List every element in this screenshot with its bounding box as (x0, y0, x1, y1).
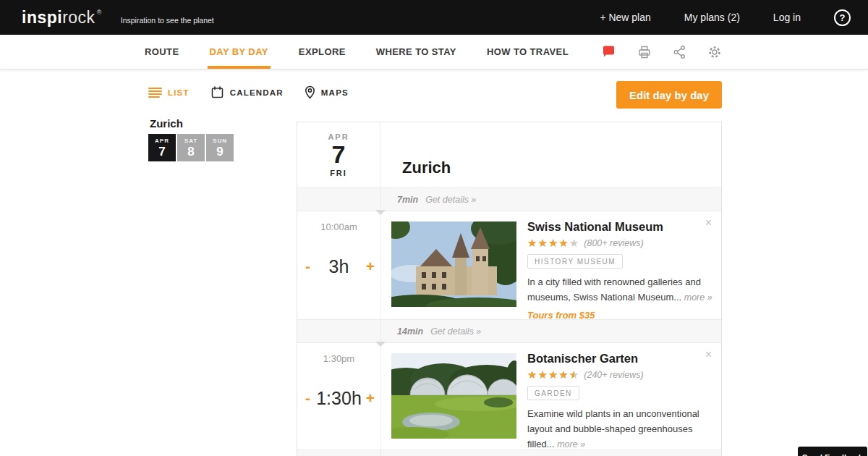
view-maps-label: MAPS (321, 88, 349, 97)
column-divider (380, 450, 381, 456)
star-rating-icon: ★★★★★★★★★★ (527, 237, 579, 248)
edit-day-by-day-button[interactable]: Edit day by day (616, 81, 722, 109)
day-weekday: FRI (330, 169, 347, 177)
travel-info: 7minGet details » (397, 195, 476, 205)
travel-segment-1: 7minGet details » (297, 187, 721, 211)
activity-title[interactable]: Swiss National Museum (527, 220, 721, 234)
comment-icon[interactable] (601, 45, 616, 59)
activity-swiss-national-museum: 10:00am - 3h + (297, 211, 721, 319)
column-divider (380, 188, 381, 211)
send-feedback-button[interactable]: Send Feedback (798, 447, 867, 456)
duration-increase-button[interactable]: + (366, 390, 375, 405)
day-header: APR 7 FRI Zurich (297, 122, 721, 187)
tab-where-to-stay[interactable]: WHERE TO STAY (376, 35, 456, 69)
view-calendar[interactable]: CALENDAR (210, 85, 284, 99)
review-count: (240+ reviews) (584, 370, 643, 380)
activity-details: Botanischer Garten ★★★★★★★★★★ (240+ revi… (527, 352, 721, 452)
nav-action-icons (601, 45, 722, 59)
more-link[interactable]: more » (684, 292, 712, 303)
activity-details: Swiss National Museum ★★★★★★★★★★ (800+ r… (527, 220, 721, 321)
date-sun-9[interactable]: SUN 9 (206, 134, 234, 161)
review-count: (800+ reviews) (584, 238, 643, 248)
get-details-link[interactable]: Get details » (430, 326, 481, 337)
my-plans-link[interactable]: My plans (2) (684, 12, 740, 23)
activity-start-time: 1:30pm (297, 353, 380, 364)
description-text: Examine wild plants in an unconventional… (527, 408, 699, 449)
travel-segment-2: 14minGet details » (297, 319, 721, 343)
activity-start-time: 10:00am (297, 221, 380, 232)
activity-rating: ★★★★★★★★★★ (800+ reviews) (527, 237, 721, 248)
tab-how-to-travel[interactable]: HOW TO TRAVEL (487, 35, 569, 69)
travel-duration: 7min (397, 195, 418, 205)
activity-photo-garden[interactable] (391, 353, 516, 439)
tab-day-by-day[interactable]: DAY BY DAY (210, 35, 268, 69)
settings-gear-icon[interactable] (707, 45, 722, 59)
day-itinerary-card: APR 7 FRI Zurich 7minGet details » 10:00… (297, 122, 722, 456)
column-divider (380, 320, 381, 342)
sidebar-date-picker: APR 7 SAT 8 SUN 9 (148, 134, 234, 161)
print-icon[interactable] (637, 45, 652, 59)
top-bar: inspirock® Inspiration to see the planet… (0, 0, 868, 35)
view-list-label: LIST (168, 88, 190, 97)
date-apr-7[interactable]: APR 7 (148, 134, 176, 161)
log-in-link[interactable]: Log in (773, 12, 801, 23)
duration-increase-button[interactable]: + (366, 258, 375, 274)
view-toggle: LIST CALENDAR MAPS (148, 85, 349, 99)
activity-description: Examine wild plants in an unconventional… (527, 407, 721, 452)
calendar-icon (210, 85, 224, 99)
activity-photo-museum[interactable] (391, 221, 516, 307)
view-calendar-label: CALENDAR (230, 88, 284, 97)
date-number: 8 (187, 145, 194, 158)
activity-botanischer-garten: 1:30pm - 1:30h + (297, 343, 721, 449)
travel-duration: 14min (397, 326, 423, 337)
registered-mark: ® (97, 9, 102, 16)
new-plan-link[interactable]: + New plan (600, 12, 650, 23)
top-links: + New plan My plans (2) Log in ? (600, 9, 851, 26)
day-city-title: Zurich (402, 159, 451, 177)
main-nav: ROUTE DAY BY DAY EXPLORE WHERE TO STAY H… (0, 35, 868, 69)
down-arrow-icon (375, 210, 386, 215)
date-sat-8[interactable]: SAT 8 (177, 134, 205, 161)
view-list[interactable]: LIST (148, 87, 190, 98)
nav-tabs: ROUTE DAY BY DAY EXPLORE WHERE TO STAY H… (145, 35, 569, 69)
column-divider (380, 343, 381, 449)
map-pin-icon (305, 85, 315, 99)
share-icon[interactable] (673, 45, 686, 59)
date-label: APR (155, 138, 169, 144)
travel-info: 14minGet details » (397, 326, 481, 337)
date-number: 7 (158, 145, 165, 158)
activity-description: In a city filled with renowned galleries… (527, 275, 721, 305)
duration-stepper: - 1:30h + (297, 388, 380, 413)
tab-explore[interactable]: EXPLORE (299, 35, 346, 69)
date-label: SUN (213, 138, 227, 144)
day-number: 7 (332, 142, 346, 168)
category-badge: HISTORY MUSEUM (527, 254, 623, 269)
more-link[interactable]: more » (557, 439, 585, 449)
star-rating-icon: ★★★★★★★★★★ (527, 369, 579, 380)
logo-bold: inspi (22, 8, 62, 28)
logo-light: rock (62, 8, 95, 28)
get-details-link[interactable]: Get details » (425, 195, 476, 205)
day-date: APR 7 FRI (297, 122, 380, 187)
duration-stepper: - 3h + (297, 256, 380, 281)
description-text: In a city filled with renowned galleries… (527, 276, 701, 303)
logo[interactable]: inspirock® (22, 8, 102, 28)
travel-segment-next (297, 449, 721, 456)
activity-rating: ★★★★★★★★★★ (240+ reviews) (527, 369, 721, 380)
down-arrow-icon (375, 342, 386, 347)
sidebar-city-title: Zurich (150, 117, 183, 130)
view-maps[interactable]: MAPS (305, 85, 349, 99)
date-label: SAT (184, 138, 197, 144)
column-divider (380, 211, 381, 319)
date-number: 9 (216, 145, 223, 158)
tagline: Inspiration to see the planet (121, 16, 214, 25)
list-icon (149, 88, 161, 97)
tab-route[interactable]: ROUTE (145, 35, 179, 69)
help-icon[interactable]: ? (834, 9, 851, 26)
activity-title[interactable]: Botanischer Garten (527, 352, 721, 366)
category-badge: GARDEN (527, 386, 579, 400)
